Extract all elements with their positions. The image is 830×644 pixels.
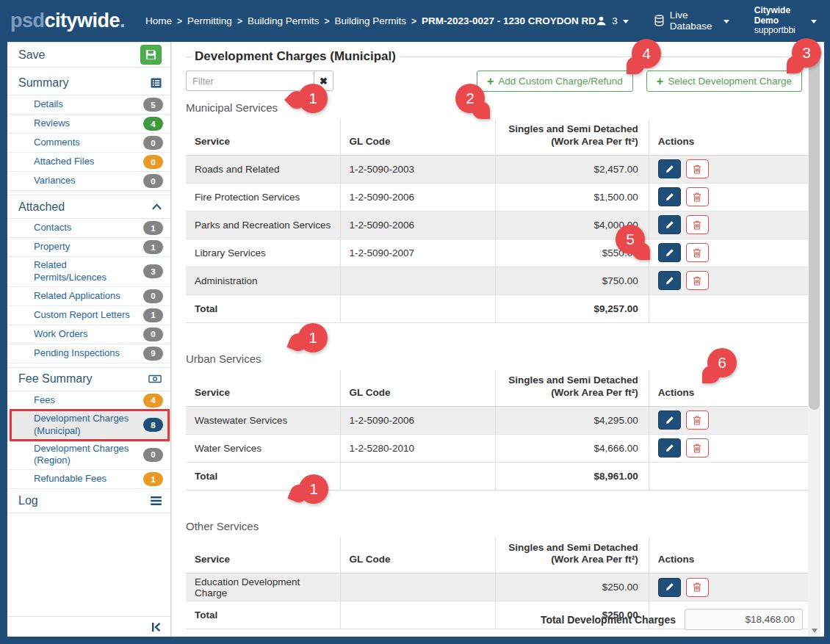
count-badge: 1 xyxy=(143,472,163,486)
filter-input[interactable] xyxy=(186,70,314,91)
municipal-services-table: Service GL Code Singles and Semi Detache… xyxy=(186,119,808,323)
breadcrumb-permit-number[interactable]: PRM-2023-0027 - 1230 CROYDON RD xyxy=(422,15,596,26)
table-row: Education Development Charge $250.00 xyxy=(186,574,808,601)
delete-button[interactable] xyxy=(686,271,709,290)
sidebar-item-attached-files[interactable]: Attached Files 0 xyxy=(7,153,170,172)
sidebar-section-summary[interactable]: Summary xyxy=(7,71,170,95)
user-count-menu[interactable]: 3 xyxy=(596,15,629,26)
edit-button[interactable] xyxy=(658,578,681,597)
breadcrumb: Home > Permitting > Building Permits > B… xyxy=(145,15,596,26)
database-menu[interactable]: Live Database xyxy=(654,10,729,32)
button-label: Select Development Charge xyxy=(668,76,792,87)
breadcrumb-building-permits-2[interactable]: Building Permits xyxy=(334,15,406,26)
breadcrumb-home[interactable]: Home xyxy=(145,15,172,26)
chevron-down-icon xyxy=(723,20,729,23)
delete-button[interactable] xyxy=(686,243,709,262)
sidebar-item-related-applications[interactable]: Related Applications 0 xyxy=(7,287,170,306)
item-label: Comments xyxy=(34,137,84,149)
save-button[interactable] xyxy=(140,45,162,65)
save-row[interactable]: Save xyxy=(7,42,170,68)
sidebar-item-development-charges-municipal[interactable]: Development Charges (Municipal) 8 xyxy=(7,410,170,441)
service-cell: Administration xyxy=(186,267,340,294)
table-header-row: Service GL Code Singles and Semi Detache… xyxy=(186,538,808,574)
button-label: Add Custom Charge/Refund xyxy=(498,76,623,87)
sidebar-item-contacts[interactable]: Contacts 1 xyxy=(7,219,170,238)
sidebar-section-log[interactable]: Log xyxy=(7,489,170,513)
count-badge: 9 xyxy=(143,347,163,361)
edit-button[interactable] xyxy=(658,243,681,262)
edit-button[interactable] xyxy=(658,410,681,430)
item-label: Refundable Fees xyxy=(34,473,111,485)
delete-button[interactable] xyxy=(686,438,709,457)
sidebar-item-refundable-fees[interactable]: Refundable Fees 1 xyxy=(7,470,170,489)
callout-2-column-header: 2 xyxy=(455,84,485,113)
item-label: Work Orders xyxy=(34,328,92,341)
select-development-charge-button[interactable]: + Select Development Charge xyxy=(646,70,802,92)
sidebar-section-attached[interactable]: Attached xyxy=(7,195,170,219)
table-row: Library Services 1-2-5090-2007 $550.00 xyxy=(186,239,808,267)
collapse-sidebar-button[interactable] xyxy=(151,622,162,632)
divider xyxy=(186,57,192,57)
count-badge: 4 xyxy=(143,117,163,131)
edit-button[interactable] xyxy=(658,438,681,457)
database-label: Live Database xyxy=(670,10,718,32)
main-panel: Development Charges (Municipal) ✖ + Add … xyxy=(171,42,824,637)
breadcrumb-separator: > xyxy=(324,16,329,26)
amount-cell: $2,457.00 xyxy=(496,155,649,183)
section-label: Fee Summary xyxy=(18,372,92,386)
item-label: Custom Report Letters xyxy=(34,309,134,322)
sidebar-item-details[interactable]: Details 5 xyxy=(7,95,170,115)
sidebar-item-fees[interactable]: Fees 4 xyxy=(7,391,170,410)
top-navbar: psdcitywide. Home > Permitting > Buildin… xyxy=(0,0,830,42)
breadcrumb-permitting[interactable]: Permitting xyxy=(187,15,232,26)
sidebar-item-property[interactable]: Property 1 xyxy=(7,238,170,257)
page-header: Development Charges (Municipal) xyxy=(186,49,808,64)
logo-psd: psd xyxy=(10,10,45,32)
breadcrumb-building-permits[interactable]: Building Permits xyxy=(248,15,320,26)
scrollbar-thumb[interactable] xyxy=(809,56,820,410)
sidebar-item-development-charges-region[interactable]: Development Charges (Region) 0 xyxy=(7,441,170,471)
sidebar-section-fee-summary[interactable]: Fee Summary xyxy=(7,367,170,391)
vertical-scrollbar[interactable] xyxy=(808,42,820,637)
amount-cell: $4,666.00 xyxy=(496,434,649,462)
delete-button[interactable] xyxy=(686,578,709,597)
sidebar-item-comments[interactable]: Comments 0 xyxy=(7,134,170,153)
service-cell: Roads and Related xyxy=(186,155,340,183)
app-window: psdcitywide. Home > Permitting > Buildin… xyxy=(0,0,830,644)
delete-button[interactable] xyxy=(686,215,709,234)
amount-cell: $750.00 xyxy=(496,267,649,294)
total-row: Total $8,961.00 xyxy=(186,462,808,490)
edit-button[interactable] xyxy=(658,271,681,290)
chevron-down-icon xyxy=(811,20,817,23)
delete-button[interactable] xyxy=(686,159,709,178)
edit-button[interactable] xyxy=(658,215,681,234)
total-label: Total xyxy=(186,601,340,629)
callout-5-edit: 5 xyxy=(616,225,645,254)
sidebar-item-variances[interactable]: Variances 0 xyxy=(7,172,170,191)
item-label: Property xyxy=(34,241,74,253)
service-cell: Water Services xyxy=(186,434,340,462)
edit-button[interactable] xyxy=(658,187,681,206)
section-label: Summary xyxy=(18,76,68,90)
grand-total-label: Total Development Charges xyxy=(541,614,676,626)
sidebar-item-related-permits[interactable]: Related Permits/Licences 3 xyxy=(7,257,170,287)
sidebar-item-pending-inspections[interactable]: Pending Inspections 9 xyxy=(7,344,170,363)
sidebar-item-work-orders[interactable]: Work Orders 0 xyxy=(7,325,170,344)
chevron-up-icon xyxy=(152,203,162,210)
delete-button[interactable] xyxy=(686,187,709,206)
delete-button[interactable] xyxy=(686,410,709,430)
count-badge: 1 xyxy=(143,221,163,235)
add-custom-charge-button[interactable]: + Add Custom Charge/Refund xyxy=(477,70,633,92)
breadcrumb-separator: > xyxy=(237,16,242,26)
count-badge: 0 xyxy=(143,174,163,188)
column-header-singles: Singles and Semi Detached (Work Area Per… xyxy=(496,370,649,406)
sidebar-item-custom-report-letters[interactable]: Custom Report Letters 1 xyxy=(7,306,170,325)
database-icon xyxy=(654,15,665,26)
section-label: Log xyxy=(18,494,38,507)
section-title-municipal-services: Municipal Services xyxy=(186,101,808,114)
account-menu[interactable]: Citywide Demo supportbbi xyxy=(754,6,817,36)
sidebar-item-reviews[interactable]: Reviews 4 xyxy=(7,115,170,134)
item-label: Pending Inspections xyxy=(34,347,124,360)
edit-button[interactable] xyxy=(658,159,681,178)
scroll-down-arrow[interactable] xyxy=(808,624,820,637)
